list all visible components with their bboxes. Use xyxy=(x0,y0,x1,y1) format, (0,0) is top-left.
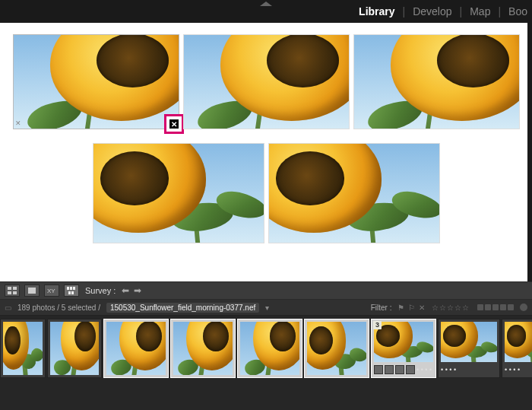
svg-rect-10 xyxy=(71,291,74,294)
remove-from-survey-button[interactable]: ✕ xyxy=(164,114,184,134)
survey-cell[interactable] xyxy=(353,34,520,129)
svg-rect-6 xyxy=(67,287,69,290)
survey-cell[interactable] xyxy=(183,34,350,129)
filter-rating-stars[interactable]: ☆☆☆☆☆ xyxy=(432,304,470,312)
thumbnail-badge[interactable] xyxy=(374,365,383,374)
current-filename[interactable]: 150530_Sunflower_field_morning-0377.nef xyxy=(106,303,259,313)
svg-rect-7 xyxy=(70,287,72,290)
view-grid-button[interactable] xyxy=(5,284,20,297)
thumbnail-badge[interactable] xyxy=(406,365,415,374)
survey-cell[interactable]: ✕✕ xyxy=(13,34,179,129)
view-survey-button[interactable] xyxy=(64,284,79,297)
thumbnail-info: • • • • xyxy=(505,364,532,376)
svg-rect-2 xyxy=(8,291,11,294)
rating-dots[interactable]: • • • • xyxy=(441,366,456,373)
deselect-icon[interactable]: ✕ xyxy=(15,119,21,127)
svg-rect-3 xyxy=(13,291,17,294)
svg-rect-4 xyxy=(28,288,36,294)
filter-toggle[interactable] xyxy=(520,304,527,311)
svg-rect-9 xyxy=(68,291,71,294)
toolbar-nav: ⬅ ➡ xyxy=(120,285,143,296)
survey-cell[interactable] xyxy=(93,143,264,243)
thumbnail-info: • • • • xyxy=(374,364,433,376)
toolbar-mode-label: Survey : xyxy=(85,286,116,295)
filter-label: Filter : xyxy=(371,304,392,312)
prev-photo-button[interactable]: ⬅ xyxy=(120,285,131,296)
module-picker: Library | Develop | Map | Boo xyxy=(0,0,532,23)
rating-dots[interactable]: • • • • xyxy=(416,366,432,373)
tab-develop[interactable]: Develop xyxy=(413,5,451,17)
thumbnail-badge[interactable] xyxy=(395,365,404,374)
toolbar: XY Survey : ⬅ ➡ xyxy=(0,281,532,300)
filmstrip-thumbnail[interactable] xyxy=(304,319,369,378)
rating-dots[interactable]: • • • • xyxy=(505,366,520,373)
photo-count-label: 189 photos / 5 selected / xyxy=(17,304,100,312)
thumbnail-badge[interactable] xyxy=(385,365,394,374)
filter-color-labels[interactable] xyxy=(476,304,514,312)
thumbnail-info: • • • • xyxy=(441,364,497,376)
view-compare-button[interactable]: XY xyxy=(44,284,59,297)
tab-book[interactable]: Boo xyxy=(508,5,527,17)
svg-rect-0 xyxy=(8,287,11,290)
tab-map[interactable]: Map xyxy=(470,5,490,17)
filmstrip-thumbnail[interactable] xyxy=(47,319,102,378)
svg-rect-1 xyxy=(13,287,17,290)
view-loupe-button[interactable] xyxy=(24,284,40,297)
filmstrip-thumbnail[interactable] xyxy=(170,319,236,378)
filmstrip-thumbnail[interactable] xyxy=(237,319,302,378)
filmstrip-thumbnail[interactable]: • • • • xyxy=(438,319,500,378)
survey-cell[interactable] xyxy=(268,143,440,243)
next-photo-button[interactable]: ➡ xyxy=(132,285,143,296)
tab-library[interactable]: Library xyxy=(359,5,394,17)
svg-text:XY: XY xyxy=(47,288,55,294)
filter-flag-icons[interactable]: ⚑ ⚐ ✕ xyxy=(397,304,426,312)
filename-dropdown-icon[interactable]: ▾ xyxy=(265,304,269,312)
survey-canvas[interactable]: ✕✕ xyxy=(0,23,532,281)
filmstrip-thumbnail[interactable]: • • • • xyxy=(502,319,532,378)
filmstrip-thumbnail[interactable] xyxy=(0,319,46,378)
filter-bar: ▭ 189 photos / 5 selected / 150530_Sunfl… xyxy=(0,300,532,316)
svg-rect-8 xyxy=(73,287,75,290)
filmstrip[interactable]: 3• • • •• • • •• • • • xyxy=(0,316,532,410)
panel-collapse-top[interactable] xyxy=(258,2,274,7)
filmstrip-thumbnail[interactable] xyxy=(103,319,169,378)
filmstrip-thumbnail[interactable]: 3• • • • xyxy=(371,319,436,378)
secondary-display-icon[interactable]: ▭ xyxy=(5,304,11,312)
stack-count-badge: 3 xyxy=(373,321,382,329)
